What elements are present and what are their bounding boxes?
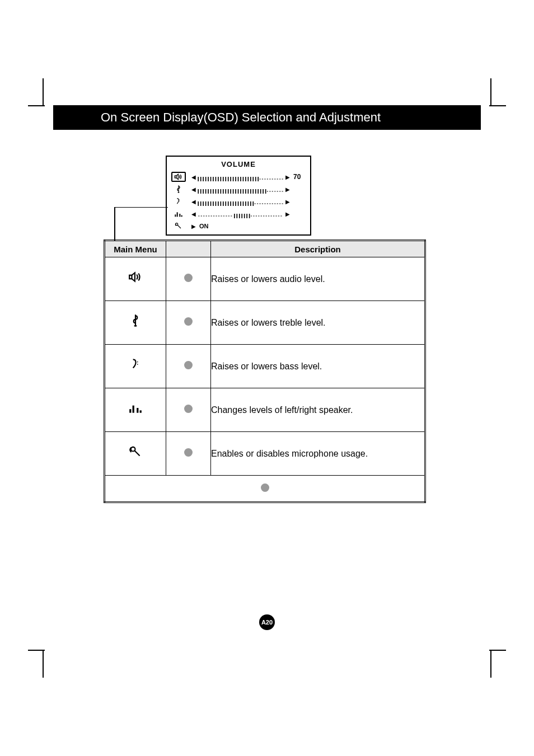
slider-track [197,199,284,204]
slider-track [197,186,284,192]
osd-description-table: Main Menu Description Raises or lowers a… [104,240,426,503]
svg-rect-98 [140,410,142,412]
bass-icon [105,345,166,388]
osd-slider-balance: ◀ ▶ [186,211,306,217]
table-row: Raises or lowers audio level. [105,257,425,301]
section-header: On Screen Display(OSD) Selection and Adj… [53,105,481,130]
svg-rect-96 [133,406,134,413]
right-arrow-icon: ▶ [285,199,290,205]
indicator-dot [166,301,211,345]
header-blank [166,241,211,257]
osd-value: 70 [293,173,306,181]
osd-row-volume: ◀ ▶ 70 [167,171,310,183]
crop-mark [490,78,491,106]
svg-rect-80 [175,214,176,217]
treble-icon [105,301,166,345]
svg-rect-95 [129,409,131,413]
on-label: ON [199,223,209,229]
osd-title: VOLUME [167,157,310,171]
osd-volume-panel: VOLUME ◀ ▶ 70 ◀ [166,156,311,236]
slider-track [197,174,284,180]
volume-icon [105,257,166,301]
indicator-dot [166,432,211,476]
crop-mark [43,650,44,678]
on-prefix: ▶ [191,223,196,229]
crop-mark [28,650,45,651]
description-text: Raises or lowers treble level. [211,301,425,345]
svg-rect-81 [177,212,178,217]
header-description: Description [211,241,425,257]
right-arrow-icon: ▶ [285,186,290,192]
table-footer-row [105,476,425,503]
indicator-dot [166,388,211,432]
osd-row-mic: ▶ ON [167,220,310,232]
crop-mark [43,78,44,106]
footer-dot [105,476,425,503]
right-arrow-icon: ▶ [285,174,290,180]
crop-mark [489,650,506,651]
section-title: On Screen Display(OSD) Selection and Adj… [101,110,381,125]
treble-icon [171,184,186,194]
page-number: A20 [261,619,273,626]
svg-rect-83 [181,215,182,217]
slider-track [197,211,284,217]
table-row: Changes levels of left/right speaker. [105,388,425,432]
bass-icon [171,196,186,206]
svg-rect-94 [129,275,132,279]
svg-rect-97 [137,408,138,413]
crop-mark [28,105,45,106]
left-arrow-icon: ◀ [191,174,196,180]
left-arrow-icon: ◀ [191,186,196,192]
osd-slider-volume: ◀ ▶ 70 [186,173,306,181]
crop-mark [489,105,506,106]
left-arrow-icon: ◀ [191,211,196,217]
page-number-badge: A20 [259,614,275,630]
osd-row-treble: ◀ ▶ [167,183,310,195]
left-arrow-icon: ◀ [191,199,196,205]
description-text: Raises or lowers bass level. [211,345,425,388]
mic-icon [105,432,166,476]
osd-row-bass: ◀ ▶ [167,195,310,208]
table-row: Enables or disables microphone usage. [105,432,425,476]
osd-slider-bass: ◀ ▶ [186,199,306,205]
balance-icon [105,388,166,432]
description-text: Raises or lowers audio level. [211,257,425,301]
osd-on-row: ▶ ON [186,223,306,229]
svg-rect-0 [175,176,176,178]
crop-mark [490,650,491,678]
osd-slider-treble: ◀ ▶ [186,186,306,192]
description-text: Changes levels of left/right speaker. [211,388,425,432]
header-main-menu: Main Menu [105,241,166,257]
description-text: Enables or disables microphone usage. [211,432,425,476]
volume-icon [171,172,186,182]
table-row: Raises or lowers bass level. [105,345,425,388]
svg-rect-82 [179,214,180,217]
right-arrow-icon: ▶ [285,211,290,217]
table-row: Raises or lowers treble level. [105,301,425,345]
indicator-dot [166,345,211,388]
osd-row-balance: ◀ ▶ [167,208,310,220]
indicator-dot [166,257,211,301]
